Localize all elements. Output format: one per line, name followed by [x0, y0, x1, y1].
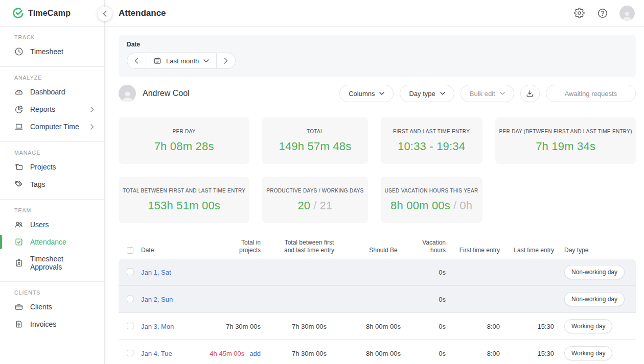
next-period-button[interactable]	[217, 53, 235, 68]
topbar-actions	[572, 6, 635, 21]
sidebar-item-timesheet-approvals[interactable]: Timesheet Approvals	[0, 251, 104, 275]
date-link[interactable]: Jan 4, Tue	[141, 350, 172, 357]
stat-separator: /	[313, 199, 316, 212]
sidebar-collapse-button[interactable]	[98, 7, 112, 21]
header-first-time-entry[interactable]: First time entry	[446, 247, 500, 254]
header-total-between[interactable]: Total between first and last time entry	[261, 239, 358, 254]
gauge-icon	[14, 87, 24, 96]
stat-card-first-last-entry: FIRST AND LAST TIME ENTRY 10:33 - 19:34	[381, 117, 482, 164]
sidebar-item-reports[interactable]: Reports	[0, 101, 104, 118]
stat-value: 10:33 - 19:34	[398, 140, 465, 153]
sidebar-item-label: Projects	[30, 163, 56, 171]
users-icon	[14, 220, 24, 229]
stat-label: PER DAY (BETWEEN FIRST AND LAST TIME ENT…	[499, 129, 632, 134]
date-link[interactable]: Jan 1, Sat	[141, 269, 171, 276]
cell-vacation: 0s	[409, 296, 446, 303]
toolbar: Columns Day type Bulk edit	[339, 85, 636, 102]
chevron-left-icon	[134, 58, 139, 64]
sidebar-item-label: Dashboard	[30, 88, 65, 96]
sidebar-item-label: Attendance	[30, 238, 66, 246]
cell-first-entry: 8:00	[446, 350, 500, 357]
calendar-icon	[153, 57, 162, 65]
sidebar-item-label: Tags	[30, 180, 45, 188]
person-icon	[621, 10, 633, 21]
row-checkbox[interactable]	[127, 296, 133, 302]
day-type-pill[interactable]: Non-working day	[564, 265, 625, 279]
header-vacation-hours[interactable]: Vacation hours	[409, 239, 446, 254]
header-should-be[interactable]: Should Be	[358, 247, 409, 254]
sidebar-item-timesheet[interactable]: Timesheet	[0, 43, 104, 60]
sidebar-item-tags[interactable]: Tags	[0, 176, 104, 193]
user-name: Andrew Cool	[143, 89, 190, 98]
sidebar-item-computer-time[interactable]: Computer Time	[0, 118, 104, 135]
stat-label: TOTAL BETWEEN FIRST AND LAST TIME ENTRY	[123, 188, 245, 193]
download-icon	[525, 89, 534, 98]
section-label: CLIENTS	[14, 289, 104, 296]
folder-icon	[14, 162, 24, 172]
chevron-right-icon	[90, 124, 94, 130]
day-type-button-label: Day type	[409, 90, 435, 98]
previous-period-button[interactable]	[127, 53, 146, 68]
sidebar-item-invoices[interactable]: Invoices	[0, 316, 104, 333]
bulk-edit-button-label: Bulk edit	[470, 90, 495, 98]
invoice-icon	[14, 320, 24, 329]
day-type-pill[interactable]: Working day	[564, 346, 612, 360]
sidebar-item-label: Computer Time	[30, 123, 79, 131]
stat-label: FIRST AND LAST TIME ENTRY	[393, 129, 470, 134]
app-window: TimeCamp TRACK Timesheet ANALYZE Dashboa…	[0, 0, 644, 364]
stat-card-total-between: TOTAL BETWEEN FIRST AND LAST TIME ENTRY …	[119, 177, 249, 223]
export-button[interactable]	[520, 85, 540, 102]
date-range-dropdown[interactable]: Last month	[146, 53, 217, 68]
nav-section-team: TEAM Users Attendance Timesheet Approval…	[0, 200, 104, 282]
table-header-row: Date Total in projects Total between fir…	[119, 235, 636, 259]
awaiting-requests-button[interactable]: Awaiting requests	[546, 85, 636, 102]
sidebar-item-projects[interactable]: Projects	[0, 158, 104, 176]
header-day-type[interactable]: Day type	[554, 247, 636, 254]
bulk-edit-button[interactable]: Bulk edit	[461, 85, 514, 102]
gear-icon[interactable]	[572, 7, 586, 20]
sidebar-item-attendance[interactable]: Attendance	[0, 233, 104, 251]
help-icon[interactable]	[596, 7, 609, 20]
cell-first-entry: 8:00	[446, 323, 500, 330]
row-checkbox[interactable]	[127, 269, 133, 275]
nav-section-analyze: ANALYZE Dashboard Reports Computer Time	[0, 67, 104, 142]
stat-separator: /	[453, 199, 456, 212]
date-link[interactable]: Jan 3, Mon	[141, 323, 174, 330]
date-link[interactable]: Jan 2, Sun	[141, 296, 173, 303]
stat-card-productive-days: PRODUCTIVE DAYS / WORKING DAYS 20/21	[262, 177, 367, 223]
stat-value: 7h 19m 34s	[536, 140, 595, 153]
stat-secondary: 21	[320, 199, 333, 212]
columns-button[interactable]: Columns	[339, 85, 394, 102]
cell-should-be: 8h 00m 00s	[358, 323, 409, 330]
sidebar-item-clients[interactable]: Clients	[0, 298, 104, 316]
row-checkbox[interactable]	[127, 323, 133, 329]
day-type-button[interactable]: Day type	[400, 85, 454, 102]
header-date[interactable]: Date	[141, 247, 209, 254]
cell-total-in-projects: 7h 30m 00s	[209, 323, 261, 330]
avatar[interactable]	[619, 6, 635, 21]
undertime-value: 4h 45m 00s	[210, 350, 244, 357]
timecamp-logo-icon	[12, 7, 24, 19]
sidebar-item-dashboard[interactable]: Dashboard	[0, 83, 104, 101]
table-row: Jan 2, Sun 0s Non-working day	[119, 286, 636, 313]
day-type-pill[interactable]: Working day	[564, 319, 612, 333]
row-checkbox[interactable]	[127, 350, 133, 356]
cell-vacation: 0s	[409, 269, 446, 276]
day-type-pill[interactable]: Non-working day	[564, 292, 625, 306]
sidebar-item-users[interactable]: Users	[0, 216, 104, 233]
logo[interactable]: TimeCamp	[0, 0, 104, 27]
select-all-checkbox[interactable]	[127, 247, 133, 254]
stat-label: USED VACATION HOURS THIS YEAR	[385, 188, 478, 193]
stats-empty-cell	[495, 177, 636, 223]
header-total-in-projects[interactable]: Total in projects	[209, 239, 261, 254]
row-check-cell	[119, 269, 141, 276]
stat-value: 20/21	[297, 199, 332, 212]
cell-total-between: 7h 30m 00s	[261, 350, 358, 357]
section-label: TRACK	[14, 34, 104, 40]
header-last-time-entry[interactable]: Last time entry	[500, 247, 554, 254]
stat-card-per-day-between: PER DAY (BETWEEN FIRST AND LAST TIME ENT…	[495, 117, 636, 164]
date-range-value: Last month	[166, 57, 199, 65]
stat-card-total: TOTAL 149h 57m 48s	[262, 117, 367, 164]
cell-total-in-projects: 4h 45m 00sadd	[209, 350, 261, 357]
add-time-link[interactable]: add	[249, 350, 261, 357]
